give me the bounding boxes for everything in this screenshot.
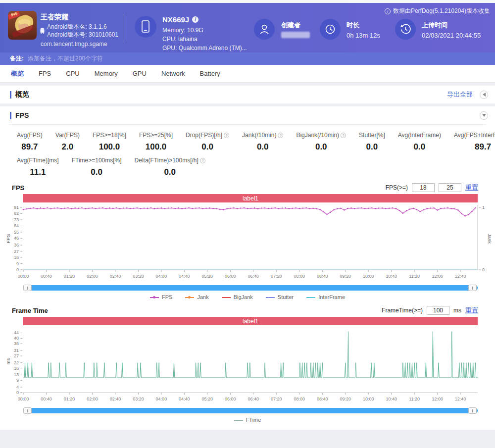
tab-Network[interactable]: Network <box>161 70 185 77</box>
fps-chart[interactable]: 9182736455463627189010Jank00:0000:4001:2… <box>0 202 495 285</box>
fps-chart-scrollbar[interactable] <box>23 285 478 291</box>
svg-text:02:00: 02:00 <box>87 274 98 279</box>
svg-text:27: 27 <box>14 249 19 254</box>
fps-chart-header: FPS FPS(>=) 重置 <box>0 179 495 194</box>
header-divider <box>123 14 123 43</box>
device-memory: Memory: 10.9G <box>162 27 203 34</box>
stat-Avg(FTime)[ms]: Avg(FTime)[ms]11.1 <box>17 157 59 177</box>
device-cpu: CPU: lahaina <box>162 36 198 43</box>
tab-概览[interactable]: 概览 <box>11 69 24 78</box>
stat-label: Delta(FTime)>100ms[/h]? <box>135 157 205 164</box>
help-icon[interactable]: ? <box>224 133 229 138</box>
person-icon <box>257 22 271 36</box>
stat-BigJank(/10min): BigJank(/10min)?0.0 <box>296 132 346 152</box>
svg-text:FPS: FPS <box>5 234 11 243</box>
svg-text:09:20: 09:20 <box>340 397 351 401</box>
svg-text:46: 46 <box>14 236 19 241</box>
fps-label-band: label1 <box>23 194 478 202</box>
fps-card: FPS Avg(FPS)89.7Var(FPS)2.0FPS>=18[%]100… <box>0 106 495 430</box>
svg-text:55: 55 <box>14 230 19 235</box>
scrollbar-track[interactable] <box>23 285 478 291</box>
tab-CPU[interactable]: CPU <box>66 70 79 77</box>
game-icon: 5v5 <box>8 11 37 42</box>
tab-Memory[interactable]: Memory <box>95 70 118 77</box>
legend-Jank[interactable]: Jank <box>185 294 208 300</box>
svg-text:9: 9 <box>16 378 19 383</box>
svg-text:82: 82 <box>14 211 19 216</box>
ftime-unit: ms <box>453 307 461 314</box>
tab-Battery[interactable]: Battery <box>200 70 220 77</box>
legend-InterFrame[interactable]: InterFrame <box>306 294 345 300</box>
scrollbar-right-grip[interactable] <box>468 285 477 291</box>
device-gpu: GPU: Qualcomm Adreno (TM)... <box>162 45 247 51</box>
duration-value: 0h 13m 12s <box>346 32 380 39</box>
stat-value: 100.0 <box>139 142 173 152</box>
creator-name-redacted <box>281 32 310 38</box>
svg-text:36: 36 <box>14 243 19 248</box>
fps-threshold-input-1[interactable] <box>412 183 435 192</box>
legend-marker <box>222 296 231 299</box>
legend-marker <box>185 296 194 299</box>
legend-BigJank[interactable]: BigJank <box>222 294 253 300</box>
collect-note: i 数据由PerfDog(5.1.210204)版本收集 <box>385 7 490 15</box>
fps-section-title: FPS <box>15 111 29 119</box>
svg-text:0: 0 <box>482 267 485 272</box>
svg-text:01:20: 01:20 <box>64 274 75 279</box>
export-all-link[interactable]: 导出全部 <box>447 90 473 99</box>
stat-value: 100.0 <box>93 142 126 152</box>
device-info-icon[interactable]: i <box>192 16 198 23</box>
scrollbar-left-grip[interactable] <box>23 285 32 291</box>
overview-card: 概览 导出全部 <box>0 86 495 103</box>
svg-text:08:40: 08:40 <box>317 397 328 401</box>
scrollbar-right-grip[interactable] <box>468 407 477 414</box>
stat-Avg(FPS+InterFrame): Avg(FPS+InterFrame)89.7 <box>454 132 495 152</box>
collapse-overview-button[interactable] <box>480 91 488 99</box>
fps-stats-row-2: Avg(FTime)[ms]11.1FTime>=100ms[%]0.0Delt… <box>0 154 495 179</box>
fps-threshold-input-2[interactable] <box>439 183 461 192</box>
ftime-chart-title: Frame Time <box>12 307 48 314</box>
stat-value: 0.0 <box>296 142 346 152</box>
stat-label: BigJank(/10min)? <box>296 132 346 139</box>
stat-value: 0.0 <box>242 142 283 152</box>
svg-text:08:40: 08:40 <box>317 274 328 279</box>
legend-FPS[interactable]: FPS <box>150 294 172 300</box>
svg-text:10:00: 10:00 <box>363 397 374 401</box>
legend-label: Jank <box>197 294 208 300</box>
help-icon[interactable]: ? <box>200 158 205 163</box>
svg-text:06:00: 06:00 <box>225 397 236 401</box>
stat-FTime>=100ms[%]: FTime>=100ms[%]0.0 <box>72 157 122 177</box>
remark-bar[interactable]: 备注: 添加备注，不超过200个字符 <box>0 52 495 65</box>
collapse-fps-button[interactable] <box>480 111 488 120</box>
tab-GPU[interactable]: GPU <box>133 70 147 77</box>
svg-text:05:20: 05:20 <box>202 397 213 401</box>
svg-text:03:20: 03:20 <box>133 397 144 401</box>
help-icon[interactable]: ? <box>341 133 346 138</box>
scrollbar-left-grip[interactable] <box>23 407 32 414</box>
stat-Stutter[%]: Stutter[%]0.0 <box>359 132 385 152</box>
svg-text:44: 44 <box>14 330 19 335</box>
legend-marker <box>266 296 275 299</box>
svg-text:ms: ms <box>5 358 11 364</box>
svg-text:18: 18 <box>14 255 19 260</box>
fps-reset-link[interactable]: 重置 <box>465 183 478 192</box>
ftime-reset-link[interactable]: 重置 <box>465 306 478 315</box>
legend-Stutter[interactable]: Stutter <box>266 294 294 300</box>
fps-chart-title: FPS <box>12 184 24 192</box>
svg-text:10:40: 10:40 <box>386 274 397 279</box>
svg-text:12:00: 12:00 <box>432 397 443 401</box>
ftime-chart[interactable]: 444036312722181394000:0000:4001:2002:000… <box>0 325 495 407</box>
stat-value: 89.7 <box>17 142 43 152</box>
ftime-threshold-input[interactable] <box>427 306 449 315</box>
legend-label: Stutter <box>278 294 294 300</box>
scrollbar-track[interactable] <box>23 408 478 413</box>
svg-text:05:20: 05:20 <box>202 274 213 279</box>
svg-text:10:40: 10:40 <box>386 397 397 401</box>
svg-text:91: 91 <box>14 205 19 210</box>
help-icon[interactable]: ? <box>278 133 283 138</box>
legend-FTime[interactable]: FTime <box>234 417 261 423</box>
ftime-chart-legend: FTime <box>0 415 495 425</box>
upload-label: 上传时间 <box>422 21 447 30</box>
stat-value: 11.1 <box>17 167 59 177</box>
tab-FPS[interactable]: FPS <box>39 70 51 77</box>
ftime-chart-scrollbar[interactable] <box>23 407 478 414</box>
